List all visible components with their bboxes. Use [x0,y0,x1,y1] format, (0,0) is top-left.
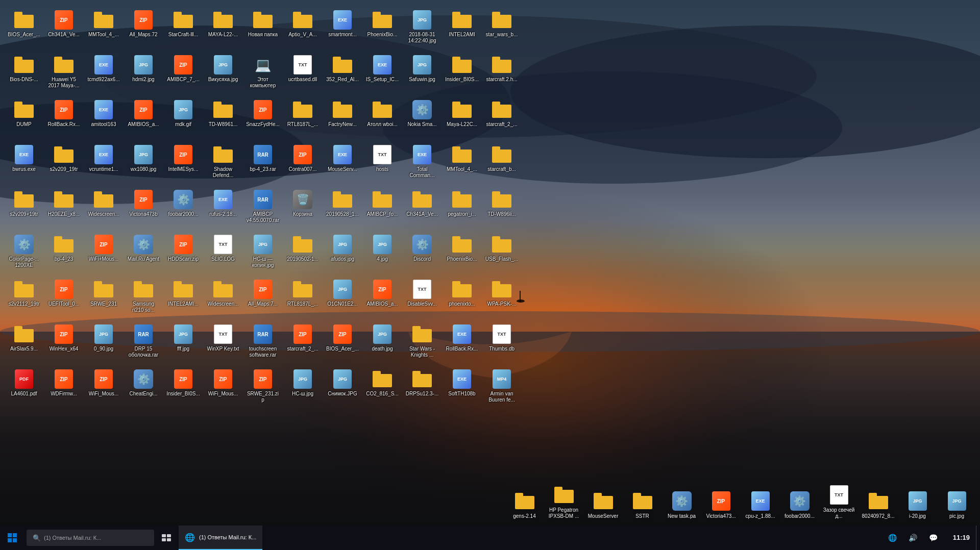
desktop-icon-bp-4-23[interactable]: bp-4_23 [45,232,83,270]
desktop-icon-Contra007[interactable]: ZIP Contra007... [284,142,322,181]
show-desktop-button[interactable] [976,526,980,550]
taskbar-desktop-icon-cpu-z[interactable]: EXE cpu-z_1.88... [741,488,779,521]
desktop-icon-20190528[interactable]: 20190528_1... [324,187,361,226]
desktop-icon-Samsung[interactable]: Samsung n210 so... [125,277,162,315]
desktop-icon-UEFITool[interactable]: ZIP UEFITool_0... [45,277,83,315]
desktop-icon-CheatEng[interactable]: ⚙️ CheatEngi... [125,367,162,405]
desktop-icon-Widescreen[interactable]: Widescreen... [85,187,122,226]
desktop-icon-SnazzFydHe[interactable]: ZIP SnazzFydHe... [244,97,282,136]
desktop-icon-starcraft2-2[interactable]: ZIP starcraft_2_... [284,322,322,360]
desktop-icon-s2v209-19t[interactable]: s2v209+19tr [5,187,43,226]
desktop-icon-IntelMESys[interactable]: ZIP IntelMESys... [164,142,202,181]
desktop-icon-Widescreen2[interactable]: Widescreen... [204,277,242,315]
desktop-icon-DRPSu123[interactable]: DRPSu12.3-... [403,367,441,405]
desktop-icon-bp-4-23rar[interactable]: RAR bp-4_23.rar [244,142,282,181]
desktop-icon-BIOS-DNS[interactable]: Bios-DNS-... [5,53,43,91]
desktop-icon-ArminVanBuuren[interactable]: MP4 Armin van Buuren fe... [483,367,521,405]
desktop-icon-NokiaSma[interactable]: ⚙️ Nokia Sma... [403,97,441,136]
desktop-icon-starcraftb[interactable]: starcraft_b... [483,142,521,181]
desktop-icon-AirSlax59[interactable]: AirSlax5.9... [5,322,43,360]
desktop-icon-FactryNew[interactable]: FactryNew... [324,97,361,136]
desktop-icon-DUMP[interactable]: DUMP [5,97,43,136]
desktop-icon-20190502[interactable]: 20190502-1... [284,232,322,270]
desktop-icon-2018-08-31[interactable]: JPG 2018-08-31 14:22:40.jpg [403,8,441,46]
desktop-icon-StarWarsKnights[interactable]: Star Wars - Knights ... [403,322,441,360]
desktop-icon-SRWE231[interactable]: SRWE_231 [85,277,122,315]
desktop-icon-bwrus[interactable]: EXE bwrus.exe [5,142,43,181]
taskbar-desktop-icon-Victoria473[interactable]: ZIP Victoria473... [702,488,740,521]
taskbar-desktop-icon-i-20jpg[interactable]: JPG i-20.jpg [898,488,937,521]
desktop-icon-SRWE231z[interactable]: ZIP SRWE_231.zip [244,367,282,405]
taskbar-desktop-icon-ZazorSvechej[interactable]: TXT Зазор свечей д... [820,482,858,521]
desktop-icon-ShadowDef[interactable]: Shadow Defend... [204,142,242,181]
desktop-icon-ColorPage[interactable]: ⚙️ ColorPage-... 1200XE [5,232,43,270]
desktop-icon-MMTool4[interactable]: MMTool_4_... [85,8,122,46]
desktop-icon-smartmont[interactable]: EXE smartmont... [324,8,361,46]
desktop-icon-PhoenixBio2[interactable]: PhoenixBio... [443,232,481,270]
task-view-button[interactable] [154,526,179,550]
desktop-icon-RTL8187L2[interactable]: RTL8187L_... [284,277,322,315]
taskbar-app-mailru[interactable]: 🌐 (1) Ответы Mail.ru: К... [179,526,262,550]
desktop-icon-MMTool4-4[interactable]: MMTool_4_... [443,142,481,181]
desktop-icon-0-90jpg[interactable]: JPG 0_90.jpg [85,322,122,360]
desktop-icon-HC-sh2[interactable]: JPG HC-ш.jpg [284,367,322,405]
search-bar[interactable]: 🔍 (1) Ответы Mail.ru: К... [27,530,154,546]
taskbar-desktop-icon-picjpg[interactable]: JPG pic.jpg [938,488,976,521]
desktop-icon-StarCraft[interactable]: StarCraft-lll... [164,8,202,46]
taskbar-desktop-icon-NewTask[interactable]: ⚙️ New task.pa [663,488,701,521]
desktop-icon-fff[interactable]: JPG fff.jpg [164,322,202,360]
desktop-icon-PhoenixBio[interactable]: PhoenixBio... [363,8,401,46]
desktop-icon-InsiderBIOS[interactable]: Insider_BI0S... [443,53,481,91]
desktop-icon-Huawei-Y5[interactable]: Huawei Y5 2017 Maya-... [45,53,83,91]
desktop-icon-ucrtbased[interactable]: TXT ucrtbased.dll [284,53,322,91]
desktop-icon-s2v2112[interactable]: s2v2112_19tr [5,277,43,315]
desktop-icon-INTEL2AMI2[interactable]: INTEL2AMI... [164,277,202,315]
desktop-icon-Snimok[interactable]: JPG Снимок.JPG [324,367,361,405]
desktop-icon-WPA-PSK[interactable]: WPA-PSK-... [483,277,521,315]
desktop-icon-wx1080[interactable]: JPG wx1080.jpg [125,142,162,181]
desktop-icon-RollBack[interactable]: ZIP RollBack.Rx... [45,97,83,136]
desktop-icon-death[interactable]: JPG death.jpg [363,322,401,360]
desktop-icon-vcruntime1[interactable]: EXE vcruntime1... [85,142,122,181]
desktop-icon-Vikysaxa[interactable]: JPG Викусяха.jpg [204,53,242,91]
taskbar-desktop-icon-MouseServer[interactable]: MouseServer [584,488,622,521]
desktop-icon-star-wars-b[interactable]: star_wars_b... [483,8,521,46]
desktop-icon-AllMaps72[interactable]: ZIP All_Maps.72 [125,8,162,46]
desktop-icon-TD-W896li[interactable]: TD-W896li... [483,187,521,226]
desktop-icon-starcraft2h[interactable]: starcraft.2.h... [483,53,521,91]
desktop-icon-HDDScan[interactable]: ZIP HDDScan.zip [164,232,202,270]
desktop-icon-amitool163[interactable]: EXE amitool163 [85,97,122,136]
tray-volume-icon[interactable]: 🔊 [904,526,922,550]
desktop-icon-phoenixto[interactable]: phoenixto... [443,277,481,315]
tray-network-icon[interactable]: 🌐 [884,526,902,550]
desktop-icon-BIOS-Acer2[interactable]: ZIP BIOS_Acer_... [324,322,361,360]
desktop-icon-HC-sh[interactable]: JPG HC-ш — копия.jpg [244,232,282,270]
desktop-icon-DisableSvv[interactable]: TXT DisableSvv... [403,277,441,315]
desktop-icon-SoftTH108b[interactable]: EXE SoftTH108b [443,367,481,405]
desktop-icon-352RedAl[interactable]: 352_Red_Al... [324,53,361,91]
desktop-icon-TotalCmd[interactable]: EXE Total Comman... [403,142,441,181]
start-button[interactable] [0,526,24,550]
desktop-icon-starcraft2[interactable]: starcraft_2_... [483,97,521,136]
desktop-icon-MailRu[interactable]: ⚙️ Mail.Ru Agent [125,232,162,270]
desktop-icon-Safuwin[interactable]: JPG Safuwin.jpg [403,53,441,91]
desktop-icon-AMIBCPv455[interactable]: RAR AMIBCP v4.55.0070.rar [244,187,282,226]
desktop-icon-INTEL2AMI[interactable]: INTEL2AMI [443,8,481,46]
taskbar-desktop-icon-foobar2000-2[interactable]: ⚙️ foobar2000... [780,488,819,521]
desktop-icon-O1CN01E2[interactable]: JPG O1CN01E2... [324,277,361,315]
desktop-icon-Victona473b[interactable]: ZIP Victona473b [125,187,162,226]
taskbar-desktop-icon-HP-Pegatron[interactable]: HP Pegatron IPXSB-DM ... [545,482,583,521]
desktop-icon-WDFirmw[interactable]: ZIP WDFirmw... [45,367,83,405]
tray-notification-icon[interactable]: 💬 [924,526,943,550]
desktop-icon-Korzina[interactable]: 🗑️ Корзина [284,187,322,226]
desktop-icon-EtotKomp[interactable]: 💻 Этот компьютер [244,53,282,91]
desktop-icon-H20EZE[interactable]: H20EZE_x8... [45,187,83,226]
taskbar-desktop-icon-80240972-8[interactable]: 80240972_8... [859,488,897,521]
desktop-icon-AMIBCP7[interactable]: ZIP AMIBCP_7_... [164,53,202,91]
desktop-icon-WinXPKey[interactable]: TXT WinXP Key.txt [204,322,242,360]
desktop-icon-WiFiMous3[interactable]: ZIP WiFi_Mous... [204,367,242,405]
desktop-icon-s2v209-19tr[interactable]: s2v209_19tr [45,142,83,181]
desktop-icon-USB-Flash[interactable]: USB_Flash_... [483,232,521,270]
desktop-icon-hdmi2jpg[interactable]: JPG hdmi2.jpg [125,53,162,91]
desktop-icon-RollBackRx[interactable]: EXE RollBack.Rx... [443,322,481,360]
